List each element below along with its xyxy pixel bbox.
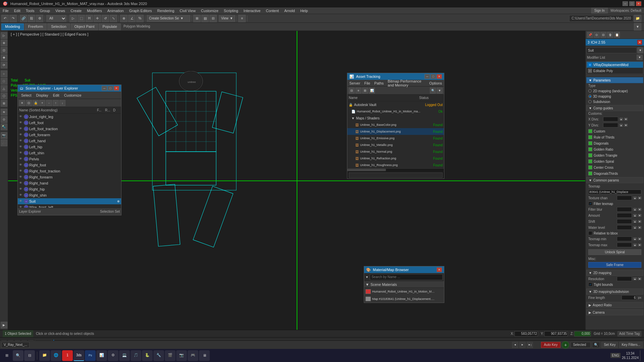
tree-item-left-hand[interactable]: 👁○Left_hand <box>18 138 121 144</box>
at-menu-file[interactable]: File <box>362 80 372 86</box>
ich-titlebar[interactable]: 3 ICH 2.55 ✕ <box>586 39 644 46</box>
scene-explorer-titlebar[interactable]: 🗂 Scene Explorer - Layer Explorer ─ □ ✕ <box>18 85 121 92</box>
mode-freeform[interactable]: Freeform <box>24 23 47 30</box>
lbtn-3[interactable]: ⊡ <box>1 47 7 54</box>
menu-create[interactable]: Create <box>68 7 84 14</box>
prev-frame-btn[interactable]: ◄ <box>512 342 518 348</box>
mod-list-dropdown[interactable]: ▼ <box>637 55 643 60</box>
type-3d[interactable]: 3D mapping <box>588 94 641 99</box>
array-btn[interactable]: ⊟ <box>209 15 217 22</box>
lbtn-5[interactable]: ⟳ <box>1 62 7 68</box>
se-menu-customize[interactable]: Customize <box>62 92 84 99</box>
app6[interactable]: ⚙ <box>108 350 118 361</box>
add-time-tag-btn[interactable]: Add Time Tag <box>617 331 641 337</box>
texmap-max-down[interactable]: ▼ <box>638 244 641 246</box>
lbtn-2[interactable]: ⊕ <box>1 40 7 46</box>
at-row-displacement[interactable]: 🖼 Unitree_h1_Displacement.png Found <box>347 128 444 135</box>
amount-up[interactable]: ▲ <box>633 214 637 217</box>
at-path-input[interactable] <box>349 172 443 178</box>
at-tb-4[interactable]: 📊 <box>369 88 375 94</box>
texmap-max-input[interactable]: 1,0 <box>617 243 632 247</box>
at-row-normal[interactable]: 🖼 Unitree_h1_Normal.png Found <box>347 148 444 155</box>
tree-item-left-foot[interactable]: 👁○Left_foot <box>18 120 121 126</box>
prop-search-input[interactable] <box>586 47 637 53</box>
menu-customize[interactable]: Customize <box>198 7 221 14</box>
amount-down[interactable]: ▼ <box>638 214 641 217</box>
shift-input[interactable]: -0,1cm <box>617 219 632 224</box>
coord-z-input[interactable] <box>574 331 591 337</box>
se-tb-5[interactable]: - <box>46 100 52 106</box>
app13[interactable]: 🎮 <box>188 350 198 361</box>
at-tb-2[interactable]: ≡ <box>355 88 361 94</box>
tree-item-pelvis[interactable]: 👁○Pelvis <box>18 156 121 162</box>
move-btn[interactable]: ✛ <box>94 15 101 22</box>
lang-indicator[interactable]: ENG <box>610 353 621 358</box>
menu-interactive[interactable]: Interactive <box>241 7 263 14</box>
texture-chan-input[interactable]: 1 <box>617 196 632 200</box>
mode-modeling[interactable]: Modeling <box>1 23 24 30</box>
mat-browser-titlebar[interactable]: 🎨 Material/Map Browser ✕ <box>364 266 444 273</box>
mat-section-header[interactable]: ▼ Scene Materials <box>364 281 444 288</box>
mode-object-paint[interactable]: Object Paint <box>71 23 98 30</box>
menu-tools[interactable]: Tools <box>23 7 37 14</box>
prop-tb-3[interactable]: ⊟ <box>600 32 606 38</box>
mapping-2d-header[interactable]: ▼ 2D mapping <box>586 270 643 276</box>
fine-length-input[interactable] <box>622 295 637 300</box>
se-menu-select[interactable]: Select <box>19 92 34 99</box>
app12[interactable]: 📷 <box>176 350 187 361</box>
se-tb-4[interactable]: + <box>39 100 45 106</box>
at-close-btn[interactable]: ✕ <box>437 74 442 79</box>
shift-up[interactable]: ▲ <box>633 220 637 223</box>
texmap-min-up[interactable]: ▲ <box>633 238 637 240</box>
mirror-btn[interactable]: ⊞ <box>193 15 201 22</box>
at-menu-bitmap[interactable]: Bitmap Performance and Memory <box>386 80 427 86</box>
tree-item-left-hip[interactable]: 👁○Left_hip <box>18 144 121 150</box>
lbtn-12[interactable]: ⊙ <box>1 116 7 123</box>
set-key-btn[interactable]: Set Key <box>601 342 618 348</box>
se-restore-btn[interactable]: □ <box>108 86 113 91</box>
lbtn-6[interactable]: ○ <box>1 70 7 77</box>
at-table-body[interactable]: 🔒 Autodesk Vault Logged Out 📄 Humanoid_R… <box>347 101 444 168</box>
angle-snap-btn[interactable]: ∠ <box>128 15 136 22</box>
lbtn-15[interactable]: 🎥 <box>1 140 7 146</box>
menu-scripting[interactable]: Scripting <box>221 7 241 14</box>
at-row-emissive[interactable]: 🖼 Unitree_h1_Emissive.png Found <box>347 135 444 142</box>
texmap-min-down[interactable]: ▼ <box>638 238 641 240</box>
at-row-maps[interactable]: ▼ Maps / Shaders <box>347 115 444 121</box>
comp-item-custom[interactable]: Custom <box>586 128 643 134</box>
mode-populate[interactable]: Populate <box>99 23 120 30</box>
maximize-btn[interactable]: □ <box>629 1 635 6</box>
filter-checkbox[interactable]: ✓ <box>588 202 592 206</box>
layer-name-box[interactable]: V_Ray_Next_... <box>1 342 30 348</box>
at-row-roughness[interactable]: 🖼 Unitree_h1_Roughness.png Found <box>347 162 444 168</box>
minimize-btn[interactable]: ─ <box>623 1 628 6</box>
at-minimize-btn[interactable]: ─ <box>425 74 430 79</box>
se-menu-edit[interactable]: Edit <box>51 92 61 99</box>
app8[interactable]: 🎵 <box>131 350 141 361</box>
view-btn[interactable]: View ▼ <box>219 15 235 22</box>
menu-civil-view[interactable]: Civil View <box>177 7 198 14</box>
amount-input[interactable]: 0,5cm <box>617 213 632 218</box>
at-row-vault[interactable]: 🔒 Autodesk Vault Logged Out <box>347 101 444 108</box>
mapping-3d-header[interactable]: ▼ 3D mapping/subdivision <box>586 289 643 295</box>
tree-item-suit[interactable]: 👁○Suit⊕ <box>18 198 121 204</box>
sign-in-btn[interactable]: Sign In <box>591 8 608 13</box>
next-frame-btn[interactable]: ►| <box>527 342 533 348</box>
menu-modifiers[interactable]: Modifiers <box>84 7 105 14</box>
ich-close-btn[interactable]: ✕ <box>637 40 642 45</box>
se-tb-2[interactable]: ⊡ <box>26 100 32 106</box>
lbtn-expand[interactable]: ▶ <box>1 322 7 328</box>
app7[interactable]: 💻 <box>119 350 130 361</box>
unlock-spiral-btn[interactable]: Unlock Spiral <box>588 249 641 255</box>
coord-y-input[interactable] <box>544 331 568 337</box>
tight-bounds-row[interactable]: ✓ Tight bounds <box>586 282 643 287</box>
app11[interactable]: 🎬 <box>165 350 176 361</box>
layers-btn[interactable]: ≡ <box>238 15 246 22</box>
photoshop-app[interactable]: Ps <box>85 350 96 361</box>
max-app[interactable]: 3ds <box>73 350 84 361</box>
close-btn[interactable]: ✕ <box>636 1 641 6</box>
mat-close-btn[interactable]: ✕ <box>437 267 442 272</box>
y-divs-down[interactable]: ▼ <box>624 124 628 126</box>
menu-edit[interactable]: Edit <box>11 7 23 14</box>
snaps-btn[interactable]: ⊕ <box>120 15 128 22</box>
